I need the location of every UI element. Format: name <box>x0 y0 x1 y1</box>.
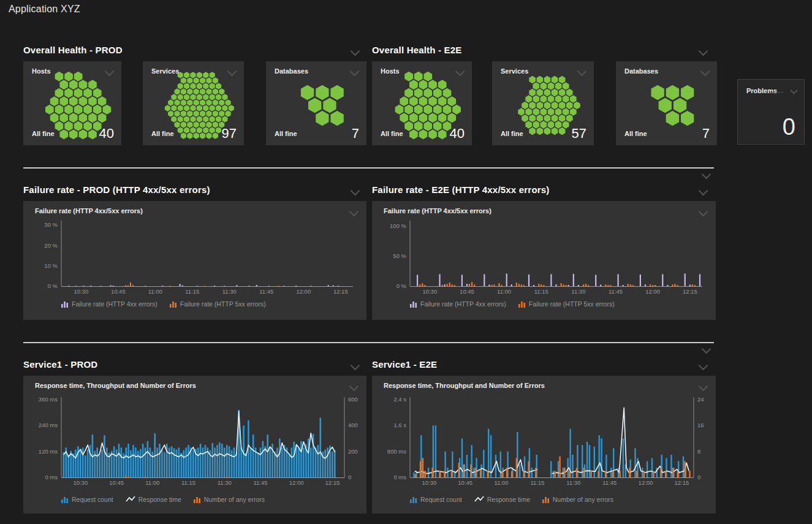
data-bar[interactable] <box>439 471 440 477</box>
data-bar[interactable] <box>490 435 491 477</box>
hexagon-entity[interactable] <box>200 77 205 84</box>
hexagon-entity[interactable] <box>190 116 195 123</box>
hexagon-entity[interactable] <box>187 132 192 139</box>
hexagon-entity[interactable] <box>79 113 88 123</box>
data-bar[interactable] <box>623 439 624 478</box>
hexagon-entity[interactable] <box>419 113 428 123</box>
hexagon-entity[interactable] <box>308 98 321 113</box>
hexagon-entity[interactable] <box>433 105 442 115</box>
hexagon-entity[interactable] <box>555 108 562 115</box>
data-bar[interactable] <box>152 452 154 477</box>
data-bar[interactable] <box>672 284 673 286</box>
data-bar[interactable] <box>204 286 205 287</box>
hexagon-entity[interactable] <box>525 108 532 115</box>
hexagon-entity[interactable] <box>423 88 432 98</box>
data-bar[interactable] <box>672 468 674 477</box>
data-bar[interactable] <box>528 461 529 478</box>
data-bar[interactable] <box>118 444 120 477</box>
data-bar[interactable] <box>188 445 189 477</box>
chart-tile-service-prod[interactable]: Response time, Throughput and Number of … <box>23 376 366 514</box>
data-bar[interactable] <box>182 286 183 287</box>
data-bar[interactable] <box>87 450 89 478</box>
hexagon-entity[interactable] <box>194 121 199 128</box>
hexagon-entity[interactable] <box>548 82 555 89</box>
hexagon-entity[interactable] <box>197 83 202 89</box>
hexagon-entity[interactable] <box>194 88 199 95</box>
hexagon-entity[interactable] <box>229 105 234 112</box>
data-bar[interactable] <box>240 447 242 477</box>
data-bar[interactable] <box>470 465 471 477</box>
hexagon-entity[interactable] <box>181 77 186 84</box>
health-tile-prod-hosts[interactable]: Hosts All fine 40 <box>23 61 121 145</box>
data-bar[interactable] <box>550 461 552 478</box>
hexagon-entity[interactable] <box>210 105 215 112</box>
hexagon-entity[interactable] <box>537 127 544 135</box>
data-bar[interactable] <box>642 468 643 477</box>
data-bar[interactable] <box>484 274 485 286</box>
hexagon-entity[interactable] <box>64 105 73 115</box>
data-bar[interactable] <box>137 451 139 477</box>
legend-item[interactable]: Failure rate (HTTP 4xx errors) <box>61 300 157 308</box>
data-bar[interactable] <box>219 442 221 477</box>
data-bar[interactable] <box>667 285 668 286</box>
data-bar[interactable] <box>183 450 184 477</box>
data-bar[interactable] <box>294 442 295 477</box>
data-bar[interactable] <box>320 418 322 477</box>
hexagon-entity[interactable] <box>83 121 92 131</box>
hexagon-entity[interactable] <box>419 80 428 89</box>
hexagon-entity[interactable] <box>404 72 413 82</box>
hexagon-entity[interactable] <box>544 76 551 83</box>
chevron-down-icon[interactable] <box>699 361 708 371</box>
hexagon-entity[interactable] <box>452 105 461 115</box>
data-bar[interactable] <box>67 455 69 477</box>
hexagon-entity[interactable] <box>59 129 68 139</box>
hexagon-entity[interactable] <box>190 72 195 78</box>
data-bar[interactable] <box>439 274 440 286</box>
data-bar[interactable] <box>578 285 579 286</box>
data-bar[interactable] <box>169 286 170 286</box>
hexagon-entity[interactable] <box>194 132 199 139</box>
hexagon-entity[interactable] <box>216 94 221 101</box>
hexagon-entity[interactable] <box>184 116 189 123</box>
health-tile-e2e-hosts[interactable]: Hosts All fine 40 <box>372 61 472 145</box>
data-bar[interactable] <box>662 274 663 286</box>
hexagon-entity[interactable] <box>98 96 107 106</box>
hexagon-entity[interactable] <box>544 115 551 122</box>
hexagon-entity[interactable] <box>563 108 569 115</box>
hexagon-entity[interactable] <box>178 116 183 123</box>
health-tile-e2e-databases[interactable]: Databases All fine 7 <box>616 61 717 145</box>
data-bar[interactable] <box>523 285 525 286</box>
hexagon-entity[interactable] <box>74 72 83 82</box>
hexagon-entity[interactable] <box>651 85 664 101</box>
data-bar[interactable] <box>145 477 146 477</box>
hexagon-entity[interactable] <box>178 94 183 101</box>
data-bar[interactable] <box>202 447 204 477</box>
data-bar[interactable] <box>558 461 559 478</box>
data-bar[interactable] <box>176 450 178 478</box>
data-bar[interactable] <box>127 477 129 477</box>
hexagon-entity[interactable] <box>222 94 227 101</box>
data-bar[interactable] <box>333 286 334 286</box>
data-bar[interactable] <box>135 447 137 477</box>
hexagon-entity[interactable] <box>203 105 208 112</box>
hexagon-entity[interactable] <box>168 99 173 106</box>
data-bar[interactable] <box>289 454 290 477</box>
data-bar[interactable] <box>511 284 512 286</box>
data-bar[interactable] <box>145 447 146 477</box>
data-bar[interactable] <box>653 471 654 477</box>
chevron-down-icon[interactable] <box>351 186 360 196</box>
hexagon-entity[interactable] <box>181 88 186 95</box>
data-bar[interactable] <box>83 286 84 286</box>
hexagon-entity[interactable] <box>203 94 208 101</box>
hexagon-entity[interactable] <box>555 95 562 102</box>
hexagon-entity[interactable] <box>525 121 532 128</box>
hexagon-entity[interactable] <box>409 96 418 106</box>
hexagon-entity[interactable] <box>419 96 428 106</box>
data-bar[interactable] <box>643 471 645 477</box>
hexagon-entity[interactable] <box>187 110 192 117</box>
data-bar[interactable] <box>501 285 503 286</box>
data-bar[interactable] <box>692 284 693 286</box>
data-bar[interactable] <box>594 447 595 477</box>
hexagon-entity[interactable] <box>563 121 569 128</box>
hexagon-entity[interactable] <box>197 94 202 101</box>
